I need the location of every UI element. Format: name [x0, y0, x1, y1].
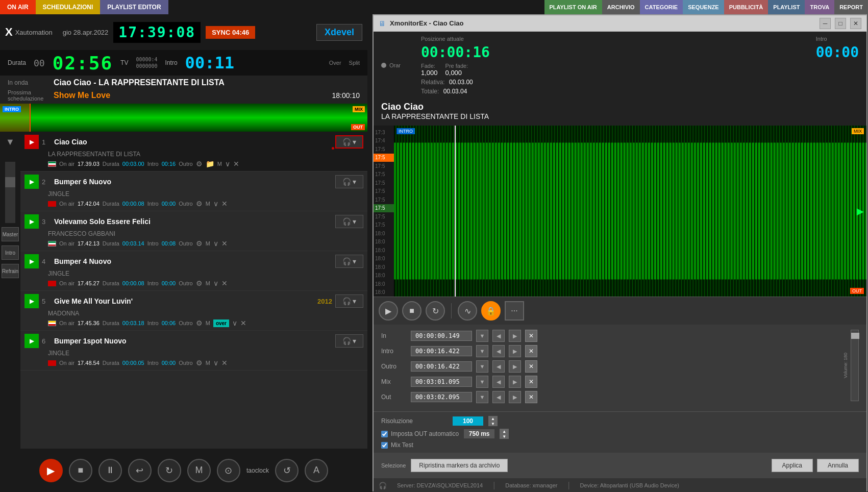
slider-handle[interactable] [5, 177, 15, 187]
mon-play-btn[interactable]: ▶ [379, 301, 398, 321]
arrow-down-5[interactable]: ∨ [232, 319, 237, 327]
close-icon-2[interactable]: ✕ [221, 200, 228, 208]
nav-playlist-on-air[interactable]: PLAYLIST ON AIR [544, 0, 602, 14]
imposta-checkbox[interactable] [381, 431, 388, 437]
play-btn-1[interactable]: ▶ [24, 135, 39, 149]
waveform-bar[interactable]: INTRO MIX OUT [0, 104, 367, 132]
close-icon-5[interactable]: ✕ [240, 319, 246, 327]
mon-more-btn[interactable]: ··· [505, 301, 524, 321]
edit-intro-left[interactable]: ◀ [492, 345, 505, 357]
nav-sequenze[interactable]: SEQUENZE [683, 0, 724, 14]
volume-slider[interactable] [851, 330, 859, 401]
edit-mix-input[interactable] [411, 377, 472, 387]
nav-categorie[interactable]: CATEGORIE [640, 0, 683, 14]
imposta-down[interactable]: ▼ [500, 434, 509, 439]
close-icon-4[interactable]: ✕ [221, 279, 228, 287]
edit-in-right[interactable]: ▶ [509, 330, 521, 342]
edit-outro-clear[interactable]: ✕ [525, 360, 537, 373]
sync-button[interactable]: SYNC 04:46 [206, 26, 255, 39]
nav-archivio[interactable]: ARCHIVIO [602, 0, 640, 14]
nav-playlist[interactable]: PLAYLIST [768, 0, 805, 14]
transport-pause[interactable]: ⏸ [98, 459, 122, 482]
edit-out-clear[interactable]: ✕ [525, 391, 537, 403]
gear-icon-3[interactable]: ⚙ [196, 239, 203, 248]
nav-on-air[interactable]: ON AIR [0, 0, 36, 14]
nav-schedulazioni[interactable]: SCHEDULAZIONI [36, 0, 101, 14]
gear-icon-1[interactable]: ⚙ [196, 160, 203, 168]
sidebar-slider[interactable] [5, 162, 15, 223]
transport-play[interactable]: ▶ [39, 459, 63, 482]
transport-a[interactable]: A [305, 459, 328, 482]
gear-icon-6[interactable]: ⚙ [196, 359, 203, 367]
edit-outro-input[interactable] [411, 361, 472, 372]
play-btn-2[interactable]: ▶ [24, 175, 39, 189]
nav-trova[interactable]: TROVA [805, 0, 834, 14]
edit-in-input[interactable] [411, 331, 472, 341]
arrow-down-4[interactable]: ∨ [213, 279, 218, 287]
headphone-btn-2[interactable]: 🎧 ▾ [335, 175, 363, 188]
edit-intro-input[interactable] [411, 346, 472, 356]
headphone-btn-3[interactable]: 🎧 ▾ [335, 215, 363, 228]
close-icon-6[interactable]: ✕ [221, 359, 228, 367]
gear-icon-4[interactable]: ⚙ [196, 279, 203, 287]
ris-down[interactable]: ▼ [488, 421, 498, 426]
edit-in-clear[interactable]: ✕ [525, 330, 537, 342]
arrow-down-1[interactable]: ∨ [225, 160, 230, 168]
edit-intro-right[interactable]: ▶ [509, 345, 521, 357]
folder-icon-1[interactable]: 📁 [206, 160, 214, 168]
edit-out-right[interactable]: ▶ [509, 391, 521, 403]
nav-playlist-editor[interactable]: PLAYLIST EDITOR [100, 0, 168, 14]
headphone-btn-5[interactable]: 🎧 ▾ [335, 294, 363, 308]
edit-mix-clear[interactable]: ✕ [525, 376, 537, 388]
headphone-btn-6[interactable]: 🎧 ▾ [335, 334, 363, 348]
refrain-btn[interactable]: Refrain [2, 264, 19, 278]
edit-intro-down[interactable]: ▼ [476, 345, 488, 357]
master-btn[interactable]: Master [2, 227, 19, 241]
mix-test-checkbox[interactable] [381, 442, 388, 449]
annulla-btn[interactable]: Annulla [817, 459, 859, 472]
edit-out-down[interactable]: ▼ [476, 391, 488, 403]
close-icon-1[interactable]: ✕ [233, 160, 239, 168]
win-minimize[interactable]: ─ [820, 18, 831, 29]
gear-icon-5[interactable]: ⚙ [196, 319, 203, 327]
mon-stop-btn[interactable]: ■ [402, 301, 421, 321]
play-btn-3[interactable]: ▶ [24, 214, 39, 229]
edit-outro-right[interactable]: ▶ [509, 360, 521, 373]
transport-refresh[interactable]: ↺ [275, 459, 299, 482]
play-btn-4[interactable]: ▶ [24, 254, 39, 268]
edit-out-left[interactable]: ◀ [492, 391, 505, 403]
transport-stop[interactable]: ■ [69, 459, 92, 482]
nav-pubblicita[interactable]: PUBBLICITÀ [724, 0, 768, 14]
waveform-main[interactable]: INTRO MIX OUT ▶ [394, 126, 866, 297]
arrow-down-3[interactable]: ∨ [213, 239, 218, 248]
volume-handle[interactable] [851, 333, 859, 339]
mon-loop-btn[interactable]: ↻ [426, 301, 445, 321]
transport-rewind[interactable]: ↩ [128, 459, 152, 482]
mon-wave-btn[interactable]: ∿ [458, 301, 477, 321]
intro-btn[interactable]: Intro [2, 245, 19, 260]
sidebar-arrow-up[interactable]: ▼ [6, 137, 15, 147]
ris-input[interactable] [453, 416, 483, 426]
edit-in-left[interactable]: ◀ [492, 330, 505, 342]
win-maximize[interactable]: □ [835, 18, 846, 29]
headphone-btn-1[interactable]: 🎧 ▾ [335, 135, 363, 149]
edit-outro-down[interactable]: ▼ [476, 360, 488, 373]
close-icon-3[interactable]: ✕ [221, 239, 228, 248]
edit-in-down[interactable]: ▼ [476, 330, 488, 342]
transport-m[interactable]: M [187, 459, 211, 482]
arrow-down-2[interactable]: ∨ [213, 200, 218, 208]
edit-intro-clear[interactable]: ✕ [525, 345, 537, 357]
gear-icon-2[interactable]: ⚙ [196, 200, 203, 208]
applica-btn[interactable]: Applica [772, 459, 813, 472]
headphone-btn-4[interactable]: 🎧 ▾ [335, 255, 363, 268]
play-btn-6[interactable]: ▶ [24, 334, 39, 348]
nav-report[interactable]: REPORT [834, 0, 868, 14]
arrow-down-6[interactable]: ∨ [213, 359, 218, 367]
edit-mix-left[interactable]: ◀ [492, 376, 505, 388]
edit-outro-left[interactable]: ◀ [492, 360, 505, 373]
imposta-input[interactable] [464, 429, 494, 438]
ripristina-btn[interactable]: Ripristina markers da archivio [411, 459, 508, 472]
ris-up[interactable]: ▲ [488, 416, 498, 421]
edit-mix-right[interactable]: ▶ [509, 376, 521, 388]
transport-repeat[interactable]: ↻ [158, 459, 181, 482]
